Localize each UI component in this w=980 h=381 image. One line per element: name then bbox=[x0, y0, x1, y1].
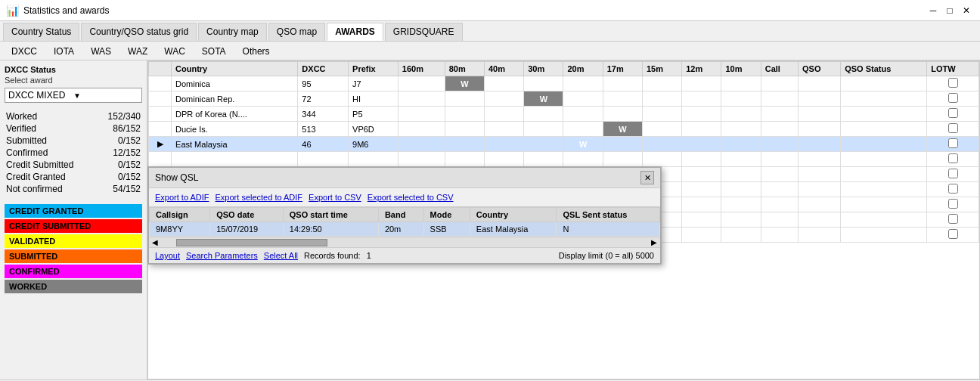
table-row[interactable] bbox=[149, 152, 979, 167]
stat-row: Verified86/152 bbox=[5, 122, 142, 135]
lotw-checkbox[interactable] bbox=[948, 199, 958, 209]
lotw-cell[interactable] bbox=[927, 137, 979, 152]
col-header[interactable]: LOTW bbox=[927, 62, 979, 76]
qso_status-cell bbox=[841, 122, 927, 137]
dxcc-cell: 344 bbox=[298, 107, 349, 122]
popup-table-row[interactable]: 9M8YY15/07/201914:29:5020mSSBEast Malays… bbox=[150, 222, 660, 237]
toolbar-btn-0[interactable]: Export to ADIF bbox=[155, 193, 209, 202]
toolbar-btn-3[interactable]: Export selected to CSV bbox=[368, 193, 454, 202]
minimize-button[interactable]: ─ bbox=[926, 4, 941, 17]
expand-cell[interactable] bbox=[149, 91, 172, 107]
expand-cell[interactable] bbox=[149, 152, 172, 167]
col-header[interactable]: 80m bbox=[445, 62, 484, 76]
popup-col-header: Mode bbox=[423, 208, 470, 222]
tab-country-status[interactable]: Country Status bbox=[3, 23, 79, 41]
lotw-cell[interactable] bbox=[927, 152, 979, 167]
dropdown-arrow-icon: ▼ bbox=[73, 91, 138, 100]
select-award-dropdown[interactable]: DXCC MIXED ▼ bbox=[5, 88, 142, 103]
table-row[interactable]: Dominican Rep.72HIW bbox=[149, 91, 979, 107]
tab-gridsquare[interactable]: GRIDSQUARE bbox=[385, 23, 463, 41]
lotw-checkbox[interactable] bbox=[948, 138, 958, 148]
maximize-button[interactable]: □ bbox=[942, 4, 957, 17]
table-row[interactable]: Ducie Is.513VP6DW bbox=[149, 122, 979, 137]
lotw-cell[interactable] bbox=[927, 182, 979, 197]
b10-cell bbox=[721, 91, 761, 107]
layout-button[interactable]: Layout bbox=[155, 251, 180, 260]
lotw-checkbox[interactable] bbox=[948, 169, 958, 178]
tab-second-others[interactable]: Others bbox=[234, 43, 278, 60]
col-header[interactable]: 15m bbox=[642, 62, 681, 76]
popup-col-header: Country bbox=[470, 208, 557, 222]
stat-value: 12/152 bbox=[96, 147, 142, 159]
select-all-button[interactable]: Select All bbox=[264, 251, 298, 260]
col-header[interactable]: QSO Status bbox=[841, 62, 927, 76]
lotw-cell[interactable] bbox=[927, 122, 979, 137]
lotw-cell[interactable] bbox=[927, 197, 979, 212]
tab-awards[interactable]: AWARDS bbox=[327, 23, 383, 41]
tab-country-map[interactable]: Country map bbox=[198, 23, 267, 41]
lotw-cell[interactable] bbox=[927, 167, 979, 182]
lotw-checkbox[interactable] bbox=[948, 214, 958, 224]
lotw-checkbox[interactable] bbox=[948, 123, 958, 133]
col-header[interactable]: 160m bbox=[398, 62, 445, 76]
toolbar-btn-2[interactable]: Export to CSV bbox=[309, 193, 361, 202]
country-cell bbox=[172, 152, 298, 167]
col-header[interactable]: Country bbox=[172, 62, 298, 76]
table-row[interactable]: DPR of Korea (N....344P5 bbox=[149, 107, 979, 122]
search-parameters-button[interactable]: Search Parameters bbox=[186, 251, 258, 260]
lotw-checkbox[interactable] bbox=[948, 229, 958, 239]
col-header[interactable]: 10m bbox=[721, 62, 761, 76]
table-row[interactable]: Dominica95J7W bbox=[149, 76, 979, 91]
col-header[interactable] bbox=[149, 62, 172, 76]
col-header[interactable]: 30m bbox=[524, 62, 563, 76]
tab-second-waz[interactable]: WAZ bbox=[119, 43, 156, 60]
lotw-cell[interactable] bbox=[927, 107, 979, 122]
dxcc-cell bbox=[298, 152, 349, 167]
popup-scrollbar[interactable]: ◀ ▶ bbox=[149, 237, 660, 247]
col-header[interactable]: 20m bbox=[563, 62, 603, 76]
scroll-right-arrow[interactable]: ▶ bbox=[648, 238, 660, 246]
col-header[interactable]: Call bbox=[761, 62, 798, 76]
lotw-checkbox[interactable] bbox=[948, 78, 958, 88]
scroll-left-arrow[interactable]: ◀ bbox=[149, 238, 161, 246]
tab-qso-map[interactable]: QSO map bbox=[268, 23, 325, 41]
expand-cell[interactable]: ▶ bbox=[149, 137, 172, 152]
tab-country-qso[interactable]: Country/QSO status grid bbox=[81, 23, 197, 41]
col-header[interactable]: 12m bbox=[682, 62, 721, 76]
expand-cell[interactable] bbox=[149, 76, 172, 91]
toolbar-btn-1[interactable]: Export selected to ADIF bbox=[216, 193, 303, 202]
popup-footer-right: Display limit (0 = all) 5000 bbox=[559, 251, 654, 260]
popup-close-button[interactable]: ✕ bbox=[640, 171, 654, 184]
lotw-cell[interactable] bbox=[927, 91, 979, 107]
tab-second-was[interactable]: WAS bbox=[82, 43, 119, 60]
popup-table-container[interactable]: CallsignQSO dateQSO start timeBandModeCo… bbox=[149, 207, 660, 237]
expand-cell[interactable] bbox=[149, 107, 172, 122]
right-panel: CountryDXCCPrefix160m80m40m30m20m17m15m1… bbox=[147, 60, 980, 379]
stat-value: 0/152 bbox=[96, 159, 142, 171]
lotw-checkbox[interactable] bbox=[948, 184, 958, 194]
b17-cell bbox=[603, 137, 642, 152]
lotw-checkbox[interactable] bbox=[948, 153, 958, 163]
col-header[interactable]: 40m bbox=[484, 62, 523, 76]
col-header[interactable]: DXCC bbox=[298, 62, 349, 76]
legend-box: CREDIT GRANTEDCREDIT SUBMITTEDVALIDATEDS… bbox=[5, 204, 142, 293]
lotw-checkbox[interactable] bbox=[948, 108, 958, 118]
qso-cell bbox=[799, 212, 841, 228]
scrollbar-thumb[interactable] bbox=[176, 239, 327, 246]
col-header[interactable]: 17m bbox=[603, 62, 642, 76]
close-button[interactable]: ✕ bbox=[959, 4, 974, 17]
lotw-cell[interactable] bbox=[927, 212, 979, 228]
display-limit-label: Display limit (0 = all) bbox=[559, 251, 634, 260]
lotw-cell[interactable] bbox=[927, 228, 979, 243]
lotw-cell[interactable] bbox=[927, 76, 979, 91]
tab-second-sota[interactable]: SOTA bbox=[194, 43, 234, 60]
col-header[interactable]: Prefix bbox=[349, 62, 399, 76]
tab-second-dxcc[interactable]: DXCC bbox=[3, 43, 45, 60]
tab-second-iota[interactable]: IOTA bbox=[45, 43, 82, 60]
prefix-cell: J7 bbox=[349, 76, 399, 91]
tab-second-wac[interactable]: WAC bbox=[156, 43, 194, 60]
expand-cell[interactable] bbox=[149, 122, 172, 137]
table-row[interactable]: ▶East Malaysia469M6W bbox=[149, 137, 979, 152]
col-header[interactable]: QSO bbox=[799, 62, 841, 76]
lotw-checkbox[interactable] bbox=[948, 93, 958, 103]
